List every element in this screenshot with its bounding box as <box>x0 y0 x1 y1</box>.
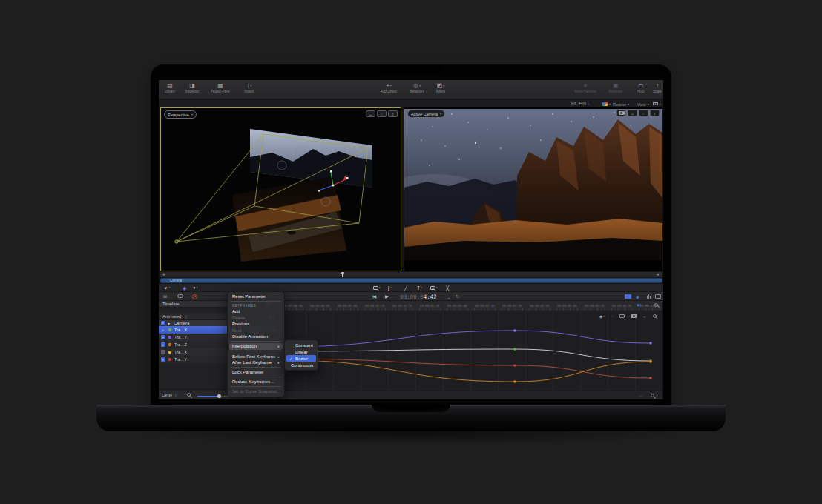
bezier-transform-tool[interactable]: ◈ <box>183 285 186 291</box>
curve-set-icon[interactable]: ○ <box>611 314 614 319</box>
loop-playback-icon[interactable]: ↻ <box>456 294 459 299</box>
menu-item-after-last-keyframe[interactable]: After Last Keyframe▸ <box>228 359 284 366</box>
slider-thumb[interactable] <box>217 394 221 398</box>
add-object-button[interactable]: +▾Add Object <box>374 82 404 93</box>
mini-timeline-scrubber[interactable]: ▸ ◂ <box>160 272 662 277</box>
play-button[interactable]: ▶ <box>385 294 389 299</box>
zoom-icon[interactable] <box>651 394 654 397</box>
make-particles-button[interactable]: ∗Make Particles <box>568 82 602 93</box>
submenu-item-bezier[interactable]: ✓Bezier <box>286 355 316 362</box>
transform-x-curve[interactable] <box>282 331 651 347</box>
clear-curve-list-icon[interactable]: ⊟ <box>163 294 167 299</box>
menu-item-interpolation[interactable]: Interpolation▸ <box>229 343 283 350</box>
submenu-item-continuous[interactable]: Continuous <box>286 362 316 368</box>
ruler-tick-label: 00:00:03:45 <box>639 304 660 308</box>
transform-z-curve-keyframe[interactable] <box>649 377 652 379</box>
show-audio-icon[interactable] <box>647 294 651 299</box>
timeline-ruler[interactable]: ◉• ↔ 00:00:00:3000:00:00:4500:00:01:0000… <box>278 301 662 311</box>
dolly-view-button[interactable]: ↕ <box>388 110 398 117</box>
submenu-item-linear[interactable]: Linear <box>286 348 316 355</box>
menu-item-reset-parameter[interactable]: Reset Parameter <box>228 294 284 300</box>
record-animation-button[interactable] <box>192 294 197 299</box>
show-keyframe-editor-icon[interactable]: ◆ <box>636 294 639 299</box>
share-button[interactable]: ↑Share <box>648 82 663 93</box>
channels-control[interactable]: ▾ <box>602 101 611 107</box>
curve-box-icon[interactable]: ~ <box>619 314 625 318</box>
play-range-end-marker[interactable]: ◂ <box>657 273 659 276</box>
row-activation-checkbox[interactable]: ✓ <box>161 357 165 362</box>
mask-tool[interactable]: ▭▾ <box>430 285 438 291</box>
camera-track-bar[interactable]: Camera <box>160 278 662 283</box>
transform-x-curve-keyframe[interactable] <box>649 342 652 345</box>
rotation-curve[interactable] <box>282 360 651 382</box>
menu-separator <box>231 377 281 377</box>
keyframe-editor-graph[interactable]: ◆▾ ○ ~ ↔ <box>278 311 662 391</box>
rectangle-tool[interactable]: ▾ <box>373 285 381 291</box>
transform-y-curve-keyframe[interactable] <box>513 348 516 351</box>
row-activation-checkbox[interactable]: ✓ <box>161 328 165 332</box>
filters-button[interactable]: ◩▾Filters <box>430 82 451 93</box>
view-menu[interactable]: View ▾ <box>637 101 649 107</box>
dolly-view-button[interactable]: ↕ <box>650 110 660 116</box>
library-button[interactable]: ▤Library <box>160 82 180 93</box>
rotation-curve-keyframe[interactable] <box>513 380 516 383</box>
orbit-view-button[interactable]: ○ <box>639 110 648 116</box>
camera-view-popup[interactable]: Perspective ▾ <box>164 110 197 119</box>
cut-tool[interactable]: ╳ <box>446 285 449 291</box>
library-icon: ▤ <box>167 82 173 89</box>
row-activation-checkbox[interactable] <box>161 350 165 354</box>
sphere-tool[interactable]: ●▾ <box>193 285 197 291</box>
camera-view-popup[interactable]: Active Camera ▾ <box>407 110 445 118</box>
camera-button[interactable] <box>616 110 626 116</box>
text-tool[interactable]: T▾ <box>417 285 422 291</box>
replicate-button[interactable]: ▣Replicate <box>602 82 629 93</box>
menu-item-before-first-keyframe[interactable]: Before First Keyframe▸ <box>228 353 284 359</box>
animated-popup[interactable]: Animated <box>162 314 181 319</box>
show-timeline-icon[interactable] <box>625 294 631 299</box>
layout-control[interactable]: ▴▾ <box>653 101 661 105</box>
rotation-curve-keyframe[interactable] <box>649 360 652 363</box>
row-activation-checkbox[interactable]: ✓ <box>161 335 165 339</box>
menu-item-previous[interactable]: Previous <box>228 321 284 328</box>
row-size-popup[interactable]: Large <box>162 393 172 397</box>
pan-view-button[interactable]: ↔ <box>628 110 637 116</box>
fit-curves-icon[interactable]: ↔ <box>642 314 647 319</box>
paint-stroke-tool[interactable]: ╱ <box>404 285 407 291</box>
transform-z-curve-keyframe[interactable] <box>513 364 516 367</box>
behaviors-button[interactable]: ◎▾Behaviors <box>404 82 430 93</box>
import-button[interactable]: ↓▾Import <box>237 82 261 93</box>
play-range-start-marker[interactable]: ▸ <box>163 273 165 276</box>
tab-timeline[interactable]: Timeline <box>162 302 179 306</box>
parameter-context-menu: Reset ParameterKEYFRAMESAddDeletePreviou… <box>227 291 285 397</box>
playhead[interactable] <box>342 272 343 277</box>
pan-view-button[interactable]: ↔ <box>366 110 375 117</box>
transform-x-curve-keyframe[interactable] <box>513 329 516 332</box>
keyframe-popup-icon[interactable]: ◆▾ <box>599 313 605 319</box>
snapshot-camera-icon[interactable] <box>631 314 637 318</box>
row-activation-checkbox[interactable]: ✓ <box>161 342 165 347</box>
show-mini-timeline-icon[interactable] <box>655 294 661 299</box>
inspector-button[interactable]: ◨Inspector <box>180 82 205 93</box>
curve-snapshot-icon[interactable] <box>177 294 183 298</box>
project-pane-button[interactable]: ▦Project Pane <box>205 82 236 93</box>
group-activation-checkbox[interactable]: ✓ <box>161 321 165 325</box>
orbit-view-button[interactable]: ○ <box>377 110 387 117</box>
disclosure-triangle-icon[interactable]: ▾ <box>168 321 170 326</box>
active-camera-viewport[interactable]: Active Camera ▾ ↔ ○ ↕ <box>404 107 662 271</box>
menu-item-lock-parameter[interactable]: Lock Parameter <box>228 369 284 376</box>
menu-item-reduce-keyframes[interactable]: Reduce Keyframes… <box>228 379 284 385</box>
previous-frame-button[interactable]: |◀ <box>372 294 375 299</box>
menu-item-disable-animation[interactable]: Disable Animation <box>228 334 284 340</box>
render-menu[interactable]: Render ▾ <box>613 101 629 107</box>
fit-zoom-control[interactable]: Fit: 44% ▴▾ <box>571 101 589 105</box>
fit-icon[interactable]: ↔ <box>639 394 643 398</box>
menu-item-add[interactable]: Add <box>228 308 284 315</box>
perspective-viewport[interactable]: Perspective ▾ ↔ ○ ↕ <box>160 107 401 271</box>
zoom-curves-icon[interactable] <box>653 314 657 318</box>
select-tool[interactable]: ►▾ <box>164 285 171 291</box>
bezier-shape-tool[interactable]: ∫▾ <box>388 285 392 291</box>
chevron-down-icon: ▾ <box>250 82 251 89</box>
submenu-item-constant[interactable]: Constant <box>286 342 316 348</box>
hud-button[interactable]: ▭HUD <box>632 82 650 93</box>
timecode-display[interactable]: 00:00:04;42 <box>392 294 445 300</box>
